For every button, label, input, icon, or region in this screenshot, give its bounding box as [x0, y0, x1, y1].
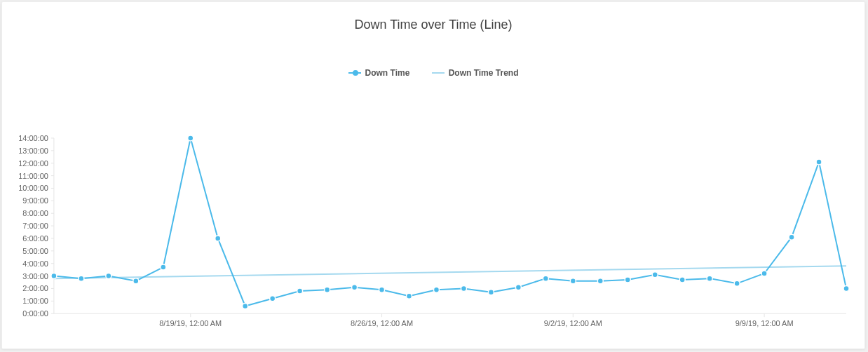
- chart-title: Down Time over Time (Line): [2, 2, 864, 32]
- data-point[interactable]: [270, 296, 276, 302]
- y-tick-label: 13:00:00: [18, 147, 48, 155]
- data-point[interactable]: [789, 234, 794, 240]
- data-point[interactable]: [188, 135, 194, 141]
- legend-label: Down Time Trend: [449, 68, 519, 78]
- data-point[interactable]: [297, 288, 303, 294]
- data-point[interactable]: [488, 290, 494, 295]
- data-point[interactable]: [515, 285, 521, 290]
- chart-legend: Down Time Down Time Trend: [2, 66, 864, 78]
- data-point[interactable]: [352, 285, 358, 290]
- data-point[interactable]: [816, 159, 822, 165]
- data-point[interactable]: [133, 278, 139, 284]
- legend-item-down-time-trend[interactable]: Down Time Trend: [432, 68, 519, 78]
- y-tick-label: 5:00:00: [22, 247, 48, 255]
- data-point[interactable]: [461, 285, 466, 291]
- y-tick-label: 4:00:00: [22, 259, 48, 268]
- trend-line: [54, 266, 846, 278]
- legend-label: Down Time: [365, 68, 410, 78]
- data-point[interactable]: [843, 285, 849, 291]
- chart-svg: 0:00:001:00:002:00:003:00:004:00:005:00:…: [13, 134, 853, 334]
- data-point[interactable]: [707, 276, 712, 281]
- y-tick-label: 7:00:00: [22, 222, 48, 230]
- x-tick-label: 8/19/19, 12:00 AM: [159, 319, 222, 327]
- legend-item-down-time[interactable]: Down Time: [348, 68, 410, 78]
- y-tick-label: 14:00:00: [18, 134, 48, 142]
- y-tick-label: 2:00:00: [22, 284, 48, 292]
- data-point[interactable]: [379, 287, 385, 292]
- series-line-down-time: [54, 138, 846, 306]
- data-point[interactable]: [679, 277, 685, 283]
- y-tick-label: 10:00:00: [18, 184, 48, 192]
- y-tick-label: 9:00:00: [22, 196, 48, 205]
- x-tick-label: 9/2/19, 12:00 AM: [544, 319, 602, 327]
- data-point[interactable]: [161, 264, 166, 270]
- data-point[interactable]: [761, 271, 767, 276]
- y-tick-label: 12:00:00: [18, 159, 48, 168]
- data-point[interactable]: [543, 276, 548, 281]
- x-tick-label: 8/26/19, 12:00 AM: [351, 319, 413, 327]
- data-point[interactable]: [106, 273, 111, 279]
- data-point[interactable]: [243, 304, 248, 309]
- data-point[interactable]: [570, 278, 576, 284]
- chart-card: Down Time over Time (Line) Down Time Dow…: [1, 1, 865, 349]
- data-point[interactable]: [625, 277, 630, 283]
- x-tick-label: 9/9/19, 12:00 AM: [735, 319, 794, 327]
- y-tick-label: 11:00:00: [18, 172, 48, 180]
- data-point[interactable]: [215, 236, 221, 241]
- y-tick-label: 6:00:00: [22, 234, 48, 243]
- y-tick-label: 0:00:00: [22, 309, 48, 318]
- y-tick-label: 8:00:00: [22, 209, 48, 217]
- chart-plot-area: 0:00:001:00:002:00:003:00:004:00:005:00:…: [13, 134, 853, 334]
- data-point[interactable]: [652, 272, 658, 278]
- legend-marker-trend-icon: [432, 72, 445, 74]
- data-point[interactable]: [407, 293, 412, 299]
- data-point[interactable]: [79, 276, 84, 281]
- y-tick-label: 1:00:00: [22, 297, 48, 305]
- data-point[interactable]: [597, 278, 603, 284]
- data-point[interactable]: [734, 280, 740, 286]
- data-point[interactable]: [51, 273, 57, 279]
- y-tick-label: 3:00:00: [22, 272, 48, 280]
- data-point[interactable]: [433, 287, 439, 292]
- data-point[interactable]: [325, 287, 330, 292]
- legend-marker-line-icon: [348, 72, 361, 74]
